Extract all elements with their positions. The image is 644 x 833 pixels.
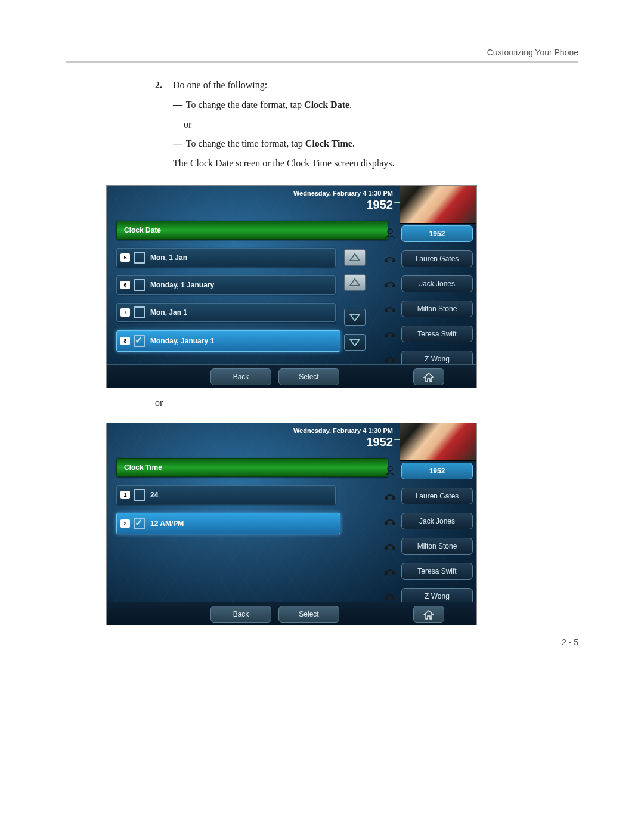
person-icon [383, 465, 397, 476]
line-key[interactable]: Lauren Gates [383, 488, 473, 503]
svg-rect-11 [385, 335, 388, 337]
dial-icon [383, 353, 397, 364]
checkbox-icon[interactable] [134, 306, 145, 318]
extension-number: 1952 [367, 198, 394, 212]
scroll-bottom-icon[interactable] [344, 334, 366, 351]
option-number: 8 [120, 337, 130, 345]
option-number: 7 [120, 308, 130, 317]
line-key-label: Jack Jones [401, 513, 473, 529]
svg-marker-2 [350, 314, 360, 321]
svg-rect-22 [385, 572, 388, 575]
back-button[interactable]: Back [210, 368, 271, 385]
scroll-up-icon[interactable] [344, 274, 366, 291]
svg-marker-3 [350, 339, 360, 346]
bullet-or: or [184, 117, 555, 132]
option-label: Mon, Jan 1 [150, 308, 187, 317]
line-key[interactable]: Milton Stone [383, 538, 473, 553]
checkbox-icon[interactable] [134, 335, 145, 347]
svg-marker-0 [350, 254, 360, 261]
softkey-bar: Back Select [107, 364, 476, 388]
step-intro: Do one of the following: [173, 80, 267, 90]
option-number: 6 [120, 281, 130, 289]
line-key[interactable]: Teresa Swift [383, 563, 473, 578]
line-key-label: 1952 [401, 463, 473, 479]
option-row[interactable]: 5 Mon, 1 Jan [116, 248, 336, 267]
scroll-down-icon[interactable] [344, 309, 366, 326]
back-button[interactable]: Back [210, 606, 271, 623]
line-key[interactable]: Jack Jones [383, 513, 473, 528]
option-list: 5 Mon, 1 Jan 6 Monday, 1 January 7 Mon, … [116, 248, 349, 360]
bullet-2-bold: Clock Time [305, 138, 352, 148]
line-key-label: Teresa Swift [401, 326, 473, 342]
svg-rect-12 [392, 335, 395, 337]
option-label: Monday, January 1 [150, 337, 214, 345]
svg-rect-13 [385, 360, 388, 363]
line-keys: 1952 Lauren Gates Jack Jones Milton Ston… [383, 225, 473, 376]
line-key-label: Teresa Swift [401, 563, 473, 580]
line-key-label: Lauren Gates [401, 488, 473, 504]
line-key-label: Jack Jones [401, 275, 473, 292]
bullet-1-text-a: To change the date format, tap [186, 100, 304, 110]
screenshot-clock-date: Wednesday, February 4 1:30 PM 1952 Clock… [106, 185, 477, 388]
instruction-block: 2. Do one of the following: — To change … [173, 78, 555, 171]
svg-point-15 [388, 466, 392, 471]
svg-marker-1 [350, 279, 360, 286]
select-button[interactable]: Select [278, 368, 339, 385]
checkbox-icon[interactable] [134, 279, 145, 291]
bullet-2-text-a: To change the time format, tap [186, 138, 305, 148]
svg-rect-23 [392, 572, 395, 575]
checkbox-icon[interactable] [134, 252, 145, 264]
svg-rect-10 [392, 310, 395, 312]
softkey-bar: Back Select [107, 602, 476, 625]
svg-rect-18 [385, 522, 388, 525]
bullet-dash: — [173, 98, 184, 113]
bullet-1-bold: Clock Date [304, 100, 349, 110]
extension-indicator [394, 202, 400, 203]
header-rule [66, 61, 578, 63]
dial-icon [383, 328, 397, 339]
scroll-arrows [344, 249, 368, 359]
svg-rect-20 [385, 547, 388, 550]
dial-icon [383, 490, 397, 501]
line-key[interactable]: Milton Stone [383, 301, 473, 316]
bullet-dash: — [173, 137, 184, 151]
option-label: Monday, 1 January [150, 281, 214, 289]
line-key[interactable]: Jack Jones [383, 275, 473, 291]
dial-icon [383, 278, 397, 289]
option-row[interactable]: 1 24 [116, 485, 336, 504]
svg-rect-24 [385, 597, 388, 600]
line-key[interactable]: Lauren Gates [383, 250, 473, 266]
dial-icon [383, 565, 397, 576]
option-row[interactable]: 2 12 AM/PM [116, 513, 340, 534]
home-button[interactable] [413, 368, 444, 385]
line-key[interactable]: 1952 [383, 225, 473, 241]
line-key[interactable]: 1952 [383, 463, 473, 478]
option-row[interactable]: 8 Monday, January 1 [116, 330, 340, 352]
option-row[interactable]: 7 Mon, Jan 1 [116, 303, 336, 322]
status-datetime: Wednesday, February 4 1:30 PM [293, 190, 393, 197]
dial-icon [383, 253, 397, 264]
svg-rect-25 [392, 597, 395, 600]
line-key-label: Milton Stone [401, 301, 473, 317]
person-icon [383, 228, 397, 239]
option-row[interactable]: 6 Monday, 1 January [116, 275, 336, 295]
line-key-label: Milton Stone [401, 538, 473, 555]
svg-rect-9 [385, 310, 388, 312]
svg-rect-21 [392, 547, 395, 550]
scroll-top-icon[interactable] [344, 249, 366, 266]
line-key-label: Lauren Gates [401, 250, 473, 267]
line-key[interactable]: Teresa Swift [383, 326, 473, 341]
between-or: or [155, 398, 578, 408]
extension-indicator [394, 439, 400, 440]
option-label: 24 [150, 491, 158, 499]
option-label: 12 AM/PM [150, 519, 184, 528]
option-label: Mon, 1 Jan [150, 253, 187, 262]
home-button[interactable] [413, 606, 444, 623]
select-button[interactable]: Select [278, 606, 339, 623]
checkbox-icon[interactable] [134, 489, 145, 501]
running-header: Customizing Your Phone [66, 48, 578, 57]
checkbox-icon[interactable] [134, 518, 145, 529]
status-datetime: Wednesday, February 4 1:30 PM [293, 427, 393, 434]
svg-rect-17 [392, 497, 395, 500]
bullet-2-text-c: . [352, 138, 355, 148]
